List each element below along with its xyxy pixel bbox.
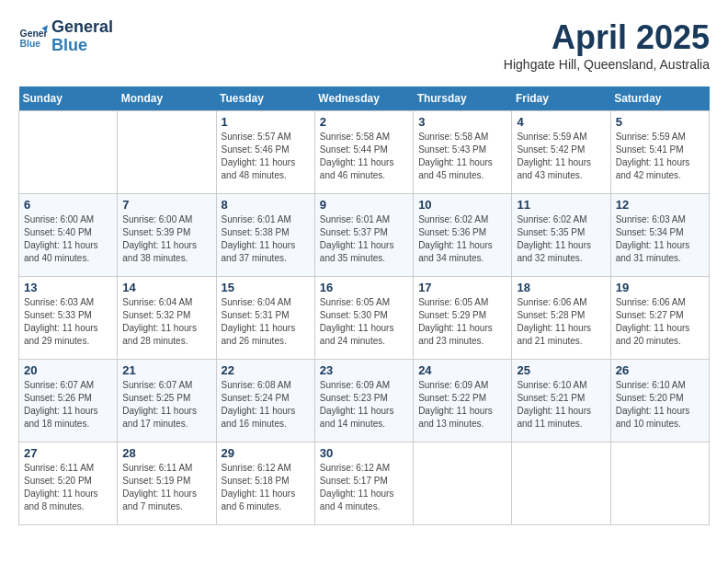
calendar-cell: 15Sunrise: 6:04 AM Sunset: 5:31 PM Dayli…: [216, 277, 314, 360]
day-number: 29: [222, 446, 310, 460]
svg-text:Blue: Blue: [20, 39, 41, 49]
calendar-cell: 1Sunrise: 5:57 AM Sunset: 5:46 PM Daylig…: [216, 111, 314, 194]
day-number: 11: [517, 198, 605, 212]
calendar-cell: [512, 442, 610, 525]
day-number: 1: [222, 115, 310, 129]
day-detail: Sunrise: 5:58 AM Sunset: 5:43 PM Dayligh…: [418, 131, 506, 182]
day-detail: Sunrise: 6:06 AM Sunset: 5:28 PM Dayligh…: [517, 296, 605, 348]
calendar-week-1: 1Sunrise: 5:57 AM Sunset: 5:46 PM Daylig…: [19, 111, 710, 194]
logo: General Blue General Blue: [18, 18, 113, 55]
calendar-cell: [19, 111, 118, 194]
calendar-cell: 21Sunrise: 6:07 AM Sunset: 5:25 PM Dayli…: [118, 360, 216, 442]
calendar-cell: 30Sunrise: 6:12 AM Sunset: 5:17 PM Dayli…: [314, 442, 413, 525]
logo-text: General Blue: [51, 18, 113, 55]
day-number: 8: [222, 198, 310, 212]
logo-icon: General Blue: [18, 22, 48, 52]
col-friday: Friday: [512, 86, 610, 111]
page-header: General Blue General Blue April 2025 Hig…: [18, 18, 710, 72]
calendar-header: Sunday Monday Tuesday Wednesday Thursday…: [19, 86, 710, 111]
day-detail: Sunrise: 6:04 AM Sunset: 5:31 PM Dayligh…: [222, 296, 310, 348]
day-number: 7: [122, 198, 210, 212]
col-tuesday: Tuesday: [216, 86, 314, 111]
day-number: 20: [24, 363, 112, 377]
col-monday: Monday: [118, 86, 216, 111]
day-number: 27: [24, 446, 112, 460]
day-detail: Sunrise: 5:58 AM Sunset: 5:44 PM Dayligh…: [320, 131, 408, 182]
day-number: 6: [24, 198, 112, 212]
day-detail: Sunrise: 6:12 AM Sunset: 5:17 PM Dayligh…: [320, 462, 408, 513]
day-number: 12: [616, 198, 704, 212]
calendar-cell: 13Sunrise: 6:03 AM Sunset: 5:33 PM Dayli…: [19, 277, 118, 360]
day-number: 15: [222, 281, 310, 294]
calendar-cell: [414, 442, 512, 525]
svg-text:General: General: [20, 29, 48, 39]
calendar-cell: 3Sunrise: 5:58 AM Sunset: 5:43 PM Daylig…: [414, 111, 512, 194]
calendar-cell: 22Sunrise: 6:08 AM Sunset: 5:24 PM Dayli…: [216, 360, 314, 442]
day-number: 16: [320, 281, 408, 294]
calendar-table: Sunday Monday Tuesday Wednesday Thursday…: [18, 86, 710, 525]
day-detail: Sunrise: 6:11 AM Sunset: 5:19 PM Dayligh…: [122, 462, 210, 513]
day-number: 24: [418, 363, 506, 377]
day-number: 25: [517, 363, 605, 377]
day-number: 30: [320, 446, 408, 460]
day-number: 9: [320, 198, 408, 212]
day-detail: Sunrise: 6:05 AM Sunset: 5:29 PM Dayligh…: [418, 296, 506, 348]
calendar-cell: 12Sunrise: 6:03 AM Sunset: 5:34 PM Dayli…: [610, 194, 709, 277]
calendar-cell: 23Sunrise: 6:09 AM Sunset: 5:23 PM Dayli…: [314, 360, 413, 442]
col-wednesday: Wednesday: [314, 86, 413, 111]
calendar-cell: 9Sunrise: 6:01 AM Sunset: 5:37 PM Daylig…: [314, 194, 413, 277]
location: Highgate Hill, Queensland, Australia: [504, 57, 710, 72]
day-number: 28: [122, 446, 210, 460]
day-number: 4: [517, 115, 605, 129]
day-detail: Sunrise: 6:00 AM Sunset: 5:39 PM Dayligh…: [122, 213, 210, 265]
day-detail: Sunrise: 6:10 AM Sunset: 5:20 PM Dayligh…: [616, 379, 704, 431]
day-number: 18: [517, 281, 605, 294]
calendar-week-2: 6Sunrise: 6:00 AM Sunset: 5:40 PM Daylig…: [19, 194, 710, 277]
calendar-week-4: 20Sunrise: 6:07 AM Sunset: 5:26 PM Dayli…: [19, 360, 710, 442]
day-detail: Sunrise: 6:09 AM Sunset: 5:22 PM Dayligh…: [418, 379, 506, 431]
day-number: 3: [418, 115, 506, 129]
day-number: 19: [616, 281, 704, 294]
day-detail: Sunrise: 6:08 AM Sunset: 5:24 PM Dayligh…: [222, 379, 310, 431]
month-title: April 2025: [504, 18, 710, 57]
day-detail: Sunrise: 6:04 AM Sunset: 5:32 PM Dayligh…: [122, 296, 210, 348]
day-detail: Sunrise: 6:11 AM Sunset: 5:20 PM Dayligh…: [24, 462, 112, 513]
calendar-cell: 14Sunrise: 6:04 AM Sunset: 5:32 PM Dayli…: [118, 277, 216, 360]
day-detail: Sunrise: 6:03 AM Sunset: 5:34 PM Dayligh…: [616, 213, 704, 265]
calendar-cell: 6Sunrise: 6:00 AM Sunset: 5:40 PM Daylig…: [19, 194, 118, 277]
day-number: 23: [320, 363, 408, 377]
calendar-cell: 7Sunrise: 6:00 AM Sunset: 5:39 PM Daylig…: [118, 194, 216, 277]
day-detail: Sunrise: 5:59 AM Sunset: 5:42 PM Dayligh…: [517, 131, 605, 182]
day-detail: Sunrise: 6:07 AM Sunset: 5:26 PM Dayligh…: [24, 379, 112, 431]
day-number: 5: [616, 115, 704, 129]
day-detail: Sunrise: 6:09 AM Sunset: 5:23 PM Dayligh…: [320, 379, 408, 431]
day-detail: Sunrise: 5:57 AM Sunset: 5:46 PM Dayligh…: [222, 131, 310, 182]
calendar-cell: 25Sunrise: 6:10 AM Sunset: 5:21 PM Dayli…: [512, 360, 610, 442]
day-detail: Sunrise: 6:03 AM Sunset: 5:33 PM Dayligh…: [24, 296, 112, 348]
calendar-cell: 18Sunrise: 6:06 AM Sunset: 5:28 PM Dayli…: [512, 277, 610, 360]
calendar-cell: 17Sunrise: 6:05 AM Sunset: 5:29 PM Dayli…: [414, 277, 512, 360]
day-detail: Sunrise: 6:00 AM Sunset: 5:40 PM Dayligh…: [24, 213, 112, 265]
day-number: 14: [122, 281, 210, 294]
calendar-cell: [610, 442, 709, 525]
day-number: 2: [320, 115, 408, 129]
day-number: 17: [418, 281, 506, 294]
day-detail: Sunrise: 6:10 AM Sunset: 5:21 PM Dayligh…: [517, 379, 605, 431]
day-number: 13: [24, 281, 112, 294]
calendar-cell: 5Sunrise: 5:59 AM Sunset: 5:41 PM Daylig…: [610, 111, 709, 194]
day-detail: Sunrise: 6:06 AM Sunset: 5:27 PM Dayligh…: [616, 296, 704, 348]
day-detail: Sunrise: 6:02 AM Sunset: 5:35 PM Dayligh…: [517, 213, 605, 265]
col-saturday: Saturday: [610, 86, 709, 111]
calendar-cell: 2Sunrise: 5:58 AM Sunset: 5:44 PM Daylig…: [314, 111, 413, 194]
header-row: Sunday Monday Tuesday Wednesday Thursday…: [19, 86, 710, 111]
calendar-cell: [118, 111, 216, 194]
calendar-cell: 28Sunrise: 6:11 AM Sunset: 5:19 PM Dayli…: [118, 442, 216, 525]
day-detail: Sunrise: 6:01 AM Sunset: 5:37 PM Dayligh…: [320, 213, 408, 265]
calendar-cell: 26Sunrise: 6:10 AM Sunset: 5:20 PM Dayli…: [610, 360, 709, 442]
calendar-week-5: 27Sunrise: 6:11 AM Sunset: 5:20 PM Dayli…: [19, 442, 710, 525]
calendar-cell: 11Sunrise: 6:02 AM Sunset: 5:35 PM Dayli…: [512, 194, 610, 277]
calendar-cell: 10Sunrise: 6:02 AM Sunset: 5:36 PM Dayli…: [414, 194, 512, 277]
day-detail: Sunrise: 6:12 AM Sunset: 5:18 PM Dayligh…: [222, 462, 310, 513]
day-detail: Sunrise: 6:02 AM Sunset: 5:36 PM Dayligh…: [418, 213, 506, 265]
day-number: 10: [418, 198, 506, 212]
